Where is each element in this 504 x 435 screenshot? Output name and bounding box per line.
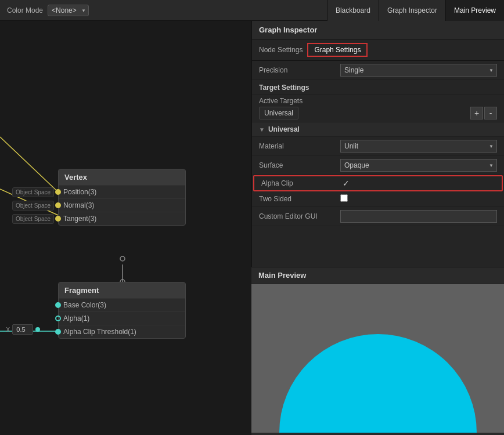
color-mode-container: Color Mode <None> [0,5,89,16]
preview-header: Main Preview [251,267,504,284]
alpha-clip-label: Alpha Clip [261,179,343,187]
active-targets-section: Active Targets Universal + - [252,95,504,122]
targets-row: Universal + - [259,107,497,119]
fragment-row-basecolor: Base Color(3) [59,298,185,311]
alpha-clip-row: Alpha Clip ✓ [253,175,503,191]
label-alpha: Alpha(1) [63,314,181,322]
fragment-row-alpha: Alpha(1) [59,311,185,325]
universal-title: Universal [268,125,300,133]
obj-space-normal: Object Space [12,201,54,211]
node-settings-label: Node Settings [259,46,303,54]
collapse-icon: ▼ [259,126,265,133]
fragment-row-alphaclip: Alpha Clip Threshold(1) [59,325,185,338]
port-basecolor-left [55,302,61,308]
material-select[interactable]: Unlit [340,140,497,153]
inspector-header: Graph Inspector [252,21,504,39]
precision-select[interactable]: Single [340,64,497,77]
top-toolbar: Color Mode <None> Blackboard Graph Inspe… [0,0,504,21]
vertex-row-tangent: Object Space Tangent(3) [59,212,185,225]
surface-select[interactable]: Opaque [340,159,497,172]
vertex-node: Vertex Object Space Position(3) Object S… [58,169,186,226]
two-sided-value [340,194,497,204]
inspector-tabs: Node Settings Graph Settings [252,39,504,61]
vertex-row-position: Object Space Position(3) [59,185,185,198]
connector-svg [0,21,251,435]
precision-row: Precision Single [252,61,504,80]
color-mode-select-wrapper[interactable]: <None> [48,5,89,16]
universal-target: Universal [259,107,298,119]
alpha-clip-checkmark: ✓ [343,179,350,188]
tab-graph-inspector[interactable]: Graph Inspector [379,0,445,21]
fragment-node-title: Fragment [59,282,185,298]
custom-editor-row: Custom Editor GUI [252,207,504,226]
port-normal-left [55,202,61,208]
color-mode-label: Color Mode [7,6,43,14]
label-basecolor: Base Color(3) [63,301,181,309]
svg-point-4 [120,256,125,261]
custom-editor-label: Custom Editor GUI [259,212,340,220]
vertex-row-normal: Object Space Normal(3) [59,198,185,212]
main-preview-panel: Main Preview [251,267,504,435]
label-normal: Normal(3) [63,201,181,209]
obj-space-position: Object Space [12,187,54,197]
x-value-input[interactable]: 0.5 [12,324,33,335]
surface-label: Surface [259,161,340,169]
x-input-block: X 0.5 [6,324,40,335]
add-target-btn[interactable]: + [470,107,483,119]
targets-buttons: + - [470,107,497,119]
obj-space-tangent: Object Space [12,214,54,224]
material-dropdown-wrapper[interactable]: Unlit [340,140,497,153]
precision-label: Precision [259,66,340,74]
preview-bowl [279,334,477,433]
two-sided-row: Two Sided [252,191,504,207]
canvas-area: Vertex Object Space Position(3) Object S… [0,21,251,435]
port-tangent-left [55,216,61,222]
right-panel: Graph Inspector Node Settings Graph Sett… [251,21,504,435]
universal-section-header: ▼ Universal [252,122,504,137]
surface-dropdown-wrapper[interactable]: Opaque [340,159,497,172]
inspector-content: Precision Single Target Settings Active … [252,61,504,226]
port-x-right [35,327,40,332]
port-alphaclip-left [55,329,61,335]
precision-dropdown-wrapper[interactable]: Single [340,64,497,77]
target-settings-label: Target Settings [252,80,504,95]
remove-target-btn[interactable]: - [484,107,497,119]
color-mode-select[interactable]: <None> [48,5,89,16]
material-label: Material [259,142,340,150]
graph-settings-tab[interactable]: Graph Settings [307,43,368,57]
custom-editor-input[interactable] [340,210,497,223]
material-row: Material Unlit [252,137,504,156]
two-sided-label: Two Sided [259,195,340,203]
vertex-node-title: Vertex [59,169,185,185]
surface-row: Surface Opaque [252,156,504,175]
tab-blackboard[interactable]: Blackboard [327,0,379,21]
x-label: X [6,326,10,333]
two-sided-checkbox[interactable] [340,194,348,202]
label-alphaclip: Alpha Clip Threshold(1) [63,328,181,336]
tab-main-preview[interactable]: Main Preview [445,0,504,21]
preview-canvas [251,284,504,433]
port-alpha-left [55,316,61,321]
active-targets-label: Active Targets [259,97,497,105]
fragment-node: Fragment Base Color(3) Alpha(1) Alpha Cl… [58,282,186,339]
port-position-left [55,189,61,195]
svg-line-0 [0,137,58,192]
label-tangent: Tangent(3) [63,215,181,223]
label-position: Position(3) [63,188,181,196]
